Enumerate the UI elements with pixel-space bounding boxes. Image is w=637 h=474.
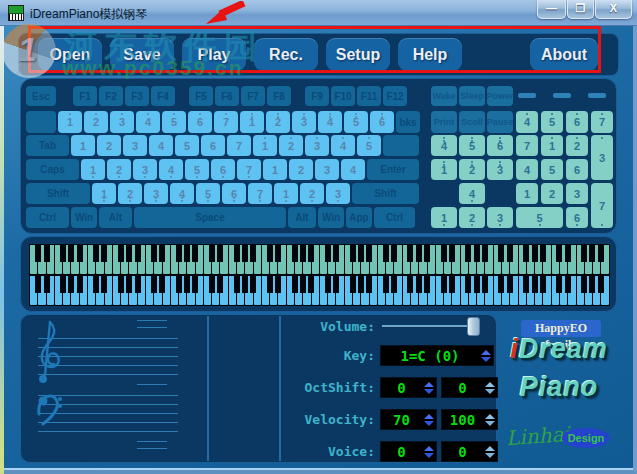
key-Ctrl[interactable]: Ctrl	[26, 207, 69, 228]
key-note-3[interactable]: 3	[326, 183, 350, 204]
piano-black-key[interactable]	[300, 245, 306, 262]
key-F12[interactable]: F12	[383, 86, 407, 106]
key-note-4[interactable]: 4	[149, 135, 173, 156]
piano-black-key[interactable]	[532, 276, 538, 293]
key-note-2[interactable]: 2	[541, 183, 563, 204]
key-note-1[interactable]: 1	[263, 159, 287, 180]
piano-black-key[interactable]	[35, 276, 41, 293]
key-note-4[interactable]: 4	[516, 111, 538, 133]
piano-black-key[interactable]	[176, 245, 182, 262]
key-spinner[interactable]	[479, 346, 493, 365]
piano-black-key[interactable]	[118, 245, 124, 262]
piano-black-key[interactable]	[159, 276, 165, 293]
key-note-3[interactable]: 3	[110, 111, 134, 133]
piano-black-key[interactable]	[234, 245, 240, 262]
key-note-3[interactable]: 3	[292, 111, 316, 133]
key-note-4[interactable]: 4	[431, 135, 457, 156]
key-Win[interactable]: Win	[71, 207, 97, 228]
piano-black-key[interactable]	[176, 276, 182, 293]
key-note-2[interactable]: 2	[289, 159, 313, 180]
piano-black-key[interactable]	[507, 245, 513, 262]
key-F11[interactable]: F11	[357, 86, 381, 106]
piano-black-key[interactable]	[424, 245, 430, 262]
key-note-7[interactable]: 7	[214, 111, 238, 133]
spinner[interactable]	[422, 410, 436, 429]
key-note-6[interactable]: 6	[566, 159, 588, 180]
key-F9[interactable]: F9	[305, 86, 329, 106]
key-Shift[interactable]: Shift	[352, 183, 419, 204]
key-note-1[interactable]: 1	[253, 135, 277, 156]
key-note-5[interactable]: 5	[344, 111, 368, 133]
key-note-7[interactable]: 7	[516, 135, 538, 156]
piano-black-key[interactable]	[407, 245, 413, 262]
key-note-4[interactable]: 4	[159, 159, 183, 180]
piano-black-key[interactable]	[416, 276, 422, 293]
piano-black-key[interactable]	[507, 276, 513, 293]
piano-black-key[interactable]	[350, 245, 356, 262]
key-note-2[interactable]: 2	[566, 135, 588, 156]
piano-black-key[interactable]	[366, 276, 372, 293]
piano-black-key[interactable]	[358, 276, 364, 293]
piano-black-key[interactable]	[482, 245, 488, 262]
key-note-2[interactable]: 2	[266, 111, 290, 133]
piano-black-key[interactable]	[275, 245, 281, 262]
key-note-4[interactable]: 4	[331, 135, 355, 156]
key-Win[interactable]: Win	[318, 207, 344, 228]
piano-black-key[interactable]	[126, 245, 132, 262]
piano-black-key[interactable]	[234, 276, 240, 293]
key-Shift[interactable]: Shift	[26, 183, 90, 204]
spinner[interactable]	[422, 442, 436, 461]
key-note-6[interactable]: 6	[201, 135, 225, 156]
piano-black-key[interactable]	[60, 245, 66, 262]
piano-black-key[interactable]	[101, 276, 107, 293]
volume-slider-track[interactable]	[382, 325, 474, 328]
piano-black-key[interactable]	[242, 276, 248, 293]
piano-black-key[interactable]	[135, 276, 141, 293]
key-note-3[interactable]: 3	[305, 135, 329, 156]
key-note-4[interactable]: 4	[136, 111, 160, 133]
key-note-5[interactable]: 5	[541, 159, 563, 180]
key-note-5[interactable]: 5	[196, 183, 220, 204]
minimize-button[interactable]: —	[537, 0, 566, 19]
piano-black-key[interactable]	[151, 276, 157, 293]
key-note-5[interactable]: 5	[516, 207, 563, 228]
piano-black-key[interactable]	[44, 276, 50, 293]
key-note-2[interactable]: 2	[459, 207, 485, 228]
key-note-1[interactable]: 1	[58, 111, 82, 133]
piano-black-key[interactable]	[68, 276, 74, 293]
key-note-2[interactable]: 2	[459, 159, 485, 180]
key-F6[interactable]: F6	[215, 86, 239, 106]
key-note-3[interactable]: 3	[315, 159, 339, 180]
piano-black-key[interactable]	[184, 245, 190, 262]
key-Alt[interactable]: Alt	[288, 207, 316, 228]
piano-black-key[interactable]	[598, 276, 604, 293]
key-note-7[interactable]: 7	[248, 183, 272, 204]
key-Space[interactable]: Space	[134, 207, 286, 228]
key-note-1[interactable]: 1	[274, 183, 298, 204]
piano-black-key[interactable]	[565, 245, 571, 262]
piano-black-key[interactable]	[118, 276, 124, 293]
key-Alt[interactable]: Alt	[99, 207, 132, 228]
piano-black-key[interactable]	[482, 276, 488, 293]
key-note-1[interactable]: 1	[516, 183, 538, 204]
key-F1[interactable]: F1	[73, 86, 97, 106]
piano-black-key[interactable]	[308, 276, 314, 293]
key-F3[interactable]: F3	[125, 86, 149, 106]
piano-black-key[interactable]	[424, 276, 430, 293]
key-Sleep[interactable]: Sleep	[459, 86, 485, 106]
key-note-1[interactable]: 1	[431, 207, 457, 228]
key-App[interactable]: App	[346, 207, 372, 228]
spinner[interactable]	[483, 410, 497, 429]
key-Wake[interactable]: Wake	[431, 86, 457, 106]
piano-black-key[interactable]	[523, 245, 529, 262]
piano-black-key[interactable]	[383, 276, 389, 293]
key-note-5[interactable]: 5	[459, 135, 485, 156]
piano-black-key[interactable]	[93, 245, 99, 262]
key-note-2[interactable]: 2	[300, 183, 324, 204]
key-note-5[interactable]: 5	[541, 111, 563, 133]
piano-black-key[interactable]	[333, 276, 339, 293]
piano-black-key[interactable]	[325, 276, 331, 293]
piano-black-key[interactable]	[366, 245, 372, 262]
key-note-3[interactable]: 3	[133, 159, 157, 180]
piano-black-key[interactable]	[192, 245, 198, 262]
